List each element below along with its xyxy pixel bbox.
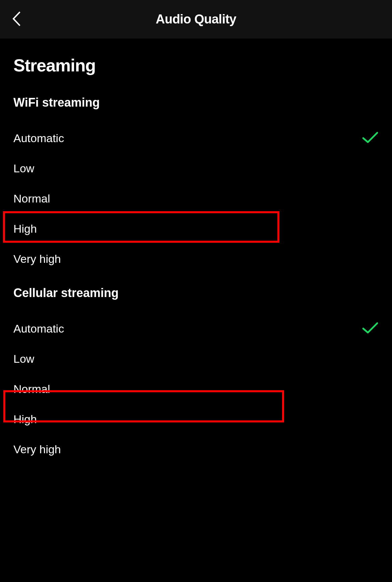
checkmark-icon — [362, 131, 379, 146]
option-label: High — [13, 413, 37, 426]
option-label: Automatic — [13, 132, 64, 145]
checkmark-icon — [362, 321, 379, 336]
back-button[interactable] — [7, 0, 26, 39]
cellular-option-automatic[interactable]: Automatic — [13, 313, 379, 344]
cellular-option-very-high[interactable]: Very high — [13, 434, 379, 464]
option-label: Very high — [13, 252, 61, 266]
cellular-option-normal[interactable]: Normal — [13, 374, 379, 404]
option-label: Automatic — [13, 322, 64, 335]
wifi-option-normal[interactable]: Normal — [13, 183, 379, 214]
wifi-option-very-high[interactable]: Very high — [13, 244, 379, 274]
cellular-option-high[interactable]: High — [13, 404, 379, 434]
option-label: Normal — [13, 383, 50, 396]
page-title: Audio Quality — [156, 12, 237, 26]
option-label: Low — [13, 162, 34, 175]
wifi-option-automatic[interactable]: Automatic — [13, 123, 379, 153]
option-label: High — [13, 222, 37, 235]
wifi-option-high[interactable]: High — [13, 214, 379, 244]
option-label: Very high — [13, 443, 61, 456]
content: Streaming WiFi streaming Automatic Low N… — [0, 39, 392, 464]
option-label: Normal — [13, 192, 50, 205]
group-wifi-title: WiFi streaming — [13, 96, 379, 110]
section-title: Streaming — [13, 55, 379, 75]
wifi-option-low[interactable]: Low — [13, 153, 379, 183]
option-label: Low — [13, 352, 34, 365]
header: Audio Quality — [0, 0, 392, 39]
chevron-left-icon — [11, 11, 22, 28]
group-cellular-title: Cellular streaming — [13, 286, 379, 300]
cellular-option-low[interactable]: Low — [13, 344, 379, 374]
